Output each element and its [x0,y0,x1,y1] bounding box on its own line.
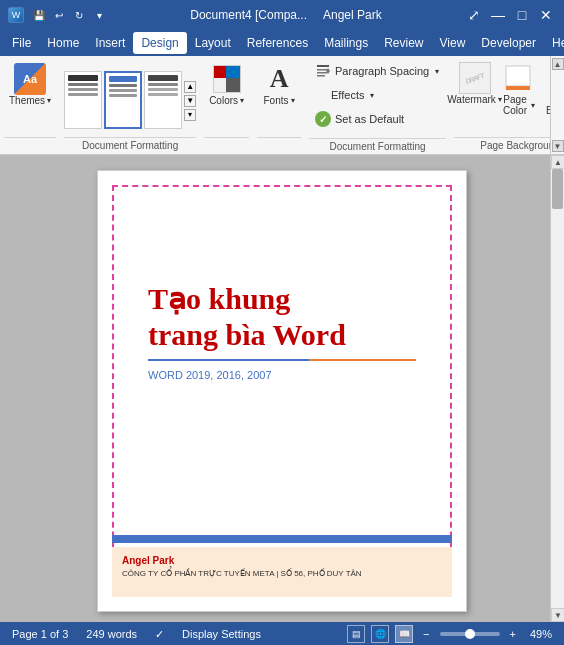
paragraph-spacing-button[interactable]: Paragraph Spacing ▾ [311,60,443,82]
menu-references[interactable]: References [239,32,316,54]
read-mode-button[interactable]: 📖 [395,625,413,643]
paragraph-spacing-icon [315,63,331,79]
menu-design[interactable]: Design [133,32,186,54]
word-count[interactable]: 249 words [82,628,141,640]
menu-home[interactable]: Home [39,32,87,54]
effects-button[interactable]: Effects ▾ [311,84,378,106]
ribbon-scroll-down[interactable]: ▼ [552,140,564,152]
zoom-slider[interactable] [440,632,500,636]
ribbon: Themes ▾ [0,56,564,155]
ribbon-group-themes: Themes ▾ [0,56,60,154]
effects-label: Effects [331,89,364,101]
status-left: Page 1 of 3 249 words ✓ Display Settings [8,628,265,641]
word-logo: W [8,7,24,23]
page-color-button[interactable]: Page Color ▾ [497,60,539,118]
scroll-track[interactable] [551,169,564,608]
print-layout-view-button[interactable]: ▤ [347,625,365,643]
close-button[interactable]: ✕ [536,5,556,25]
themes-button[interactable]: Themes ▾ [4,60,56,109]
window-controls: ⤢ — □ ✕ [464,5,556,25]
zoom-thumb [465,629,475,639]
status-bar: Page 1 of 3 249 words ✓ Display Settings… [0,622,564,645]
menu-view[interactable]: View [432,32,474,54]
title-underline [148,359,416,361]
document-page: Tạo khung trang bìa Word WORD 2019, 2016… [97,170,467,612]
minimize-button[interactable]: — [488,5,508,25]
title-bar-left: W 💾 ↩ ↻ ▾ [8,6,108,24]
page-bg-label: Page Background [454,137,550,154]
menu-help[interactable]: Help [544,32,564,54]
ribbon-scroll-up[interactable]: ▲ [552,58,564,70]
themes-icon [14,63,46,95]
ribbon-group-doc-format-right: Paragraph Spacing ▾ Effects ▾ ✓ Set as D… [305,56,450,154]
ribbon-display-button[interactable]: ⤢ [464,5,484,25]
doc-format-label-2: Document Formatting [309,138,446,154]
ribbon-content: Themes ▾ [0,56,550,154]
menu-insert[interactable]: Insert [87,32,133,54]
zoom-percent[interactable]: 49% [526,628,556,640]
spell-check-icon[interactable]: ✓ [151,628,168,641]
undo-button[interactable]: ↩ [50,6,68,24]
para-spacing-arrow: ▾ [435,67,439,76]
svg-rect-6 [506,66,530,86]
group-name-placeholder [4,137,56,154]
colors-group-spacer [204,137,249,154]
display-settings-button[interactable]: Display Settings [178,628,265,640]
page-borders-button[interactable]: Page Borders [541,60,550,118]
customize-quick-access-button[interactable]: ▾ [90,6,108,24]
page-info[interactable]: Page 1 of 3 [8,628,72,640]
save-button[interactable]: 💾 [30,6,48,24]
effects-arrow: ▾ [370,91,374,100]
scroll-down-arrow[interactable]: ▼ [551,608,564,622]
themes-arrow: ▾ [47,96,51,105]
svg-rect-7 [506,86,530,90]
style-thumbnail-1[interactable] [64,71,102,129]
style-thumbnail-2[interactable] [104,71,142,129]
fonts-label: Fonts ▾ [264,95,295,106]
menu-file[interactable]: File [4,32,39,54]
menu-mailings[interactable]: Mailings [316,32,376,54]
colors-label: Colors ▾ [209,95,244,106]
colors-button[interactable]: Colors ▾ [204,60,249,109]
doc-format-label: Document Formatting [64,137,196,154]
footer-blue-bar [112,535,452,543]
watermark-button[interactable]: Watermark ▾ [454,60,495,107]
ribbon-group-colors: Colors ▾ [200,56,253,154]
svg-rect-0 [317,65,329,67]
scroll-up-arrow[interactable]: ▲ [551,155,564,169]
page-footer: Angel Park CÔNG TY CỔ PHẦN TRỰC TUYẾN ME… [112,535,452,597]
style-scroll-up[interactable]: ▲ [184,81,196,93]
fonts-button[interactable]: A Fonts ▾ [257,60,301,109]
svg-rect-2 [317,72,327,74]
page-color-icon [502,62,534,94]
ribbon-scrollbar[interactable]: ▲ ▼ [550,56,564,154]
themes-label: Themes ▾ [9,95,51,106]
fonts-arrow: ▾ [291,96,295,105]
svg-marker-4 [328,68,330,74]
watermark-icon [459,62,491,94]
footer-name: Angel Park [122,555,442,566]
status-right: ▤ 🌐 📖 − + 49% [347,625,556,643]
set-as-default-button[interactable]: ✓ Set as Default [311,108,408,130]
vertical-scrollbar[interactable]: ▲ ▼ [550,155,564,622]
fonts-icon: A [263,63,295,95]
zoom-minus-button[interactable]: − [419,628,433,640]
footer-company: CÔNG TY CỔ PHẦN TRỰC TUYẾN META | SỐ 56,… [122,569,442,578]
style-thumbnail-3[interactable] [144,71,182,129]
style-scroll-more[interactable]: ▾ [184,109,196,121]
maximize-button[interactable]: □ [512,5,532,25]
svg-rect-3 [317,75,325,77]
menu-layout[interactable]: Layout [187,32,239,54]
zoom-plus-button[interactable]: + [506,628,520,640]
scroll-thumb[interactable] [552,169,563,209]
footer-content: Angel Park CÔNG TY CỔ PHẦN TRỰC TUYẾN ME… [112,547,452,597]
document-area: ▲ ▼ Tạo khung trang bìa Word WORD 2019, … [0,155,564,622]
menu-review[interactable]: Review [376,32,431,54]
web-layout-view-button[interactable]: 🌐 [371,625,389,643]
menu-developer[interactable]: Developer [473,32,544,54]
redo-button[interactable]: ↻ [70,6,88,24]
page-color-arrow: ▾ [531,101,535,110]
page-subtitle: WORD 2019, 2016, 2007 [148,369,436,381]
style-scroll-down[interactable]: ▼ [184,95,196,107]
page-main-title: Tạo khung trang bìa Word [148,281,436,353]
